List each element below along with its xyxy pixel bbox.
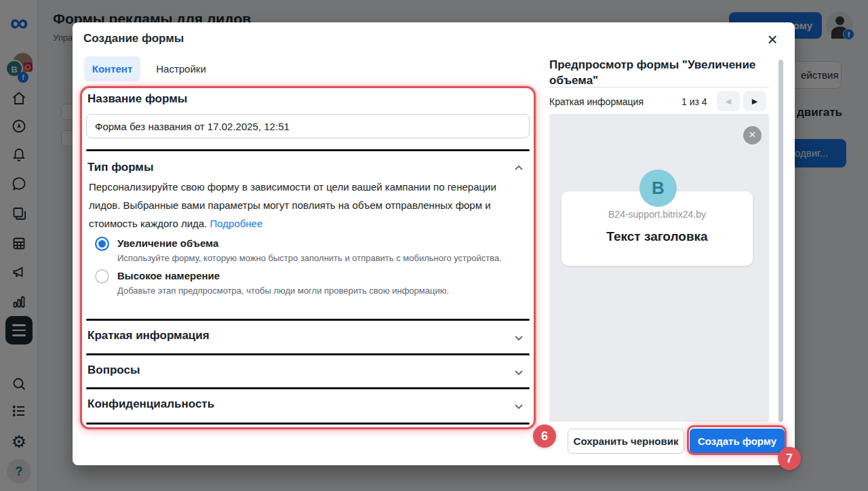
preview-headline: Текст заголовка [561, 229, 753, 244]
section-short-info[interactable]: Краткая информация [87, 329, 210, 342]
preview-prev-button[interactable]: ◀ [717, 91, 740, 111]
form-name-section-title: Название формы [87, 92, 187, 106]
form-content-area: Название формы Тип формы Персонализируйт… [80, 86, 536, 429]
divider [86, 319, 530, 321]
divider [549, 87, 769, 87]
option-higher-volume-label[interactable]: Увеличение объема [117, 237, 218, 249]
preview-step-label: Краткая информация [549, 96, 644, 107]
option-higher-intent-label[interactable]: Высокое намерение [117, 270, 220, 281]
option-higher-intent-description: Добавьте этап предпросмотра, чтобы люди … [117, 286, 449, 296]
preview-close-icon[interactable]: × [743, 126, 762, 144]
radio-higher-intent[interactable] [95, 269, 109, 283]
create-form-modal: Создание формы × Контент Настройки Назва… [73, 22, 795, 465]
preview-canvas: × B B24-support.bitrix24.by Текст заголо… [549, 114, 769, 422]
divider [86, 387, 530, 389]
chevron-down-icon[interactable] [513, 401, 524, 412]
form-type-section-title: Тип формы [87, 161, 153, 174]
annotation-step-7: 7 [778, 447, 801, 470]
tab-content[interactable]: Контент [84, 56, 140, 81]
divider [86, 353, 530, 355]
form-type-description: Персонализируйте свою форму в зависимост… [89, 178, 528, 233]
learn-more-link[interactable]: Подробнее [210, 218, 263, 229]
chevron-down-icon[interactable] [513, 332, 524, 343]
annotation-highlight-create-button [687, 425, 787, 455]
modal-scrollbar[interactable] [778, 60, 783, 422]
radio-higher-volume[interactable] [95, 237, 109, 251]
section-questions[interactable]: Вопросы [87, 364, 140, 377]
modal-title: Создание формы [83, 32, 184, 45]
save-draft-button[interactable]: Сохранить черновик [568, 429, 684, 454]
section-privacy[interactable]: Конфиденциальность [87, 397, 214, 411]
divider [86, 149, 530, 151]
preview-next-button[interactable]: ▶ [743, 91, 766, 111]
divider [86, 423, 530, 425]
preview-page-avatar: B [639, 170, 677, 207]
preview-title: Предпросмотр формы "Увеличение объема" [549, 57, 760, 88]
tab-settings[interactable]: Настройки [149, 56, 214, 81]
form-name-input[interactable] [86, 114, 530, 138]
option-higher-volume-description: Используйте форму, которую можно быстро … [117, 253, 502, 263]
chevron-up-icon[interactable] [513, 163, 524, 174]
annotation-step-6: 6 [533, 425, 556, 448]
preview-pagination: 1 из 4 [682, 96, 707, 107]
description-text: Персонализируйте свою форму в зависимост… [89, 181, 496, 229]
form-preview-panel: Предпросмотр формы "Увеличение объема" К… [549, 22, 769, 429]
chevron-down-icon[interactable] [513, 367, 524, 378]
preview-page-name: B24-support.bitrix24.by [561, 209, 753, 220]
